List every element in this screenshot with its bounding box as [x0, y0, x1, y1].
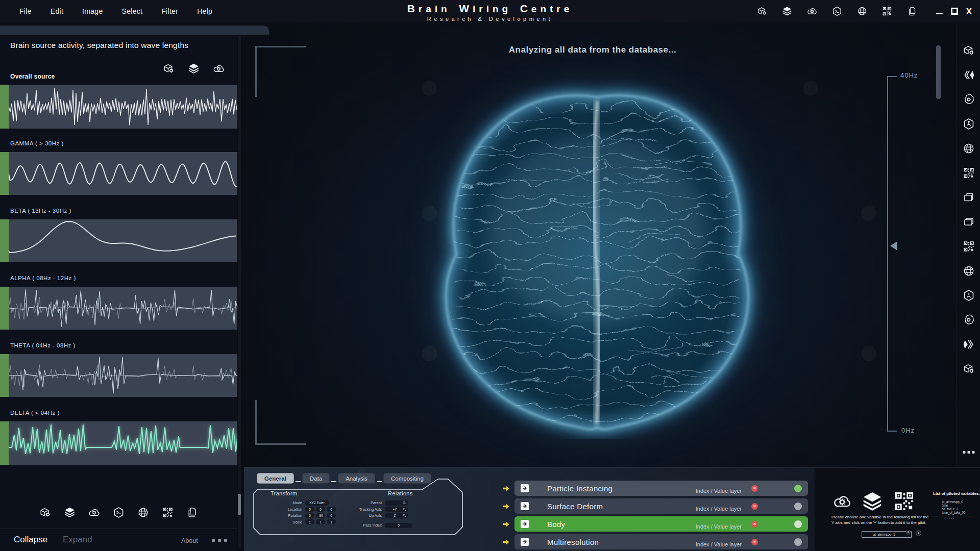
remove-icon[interactable]: × — [751, 539, 758, 545]
yellow-arrow-icon[interactable] — [502, 520, 510, 528]
modifier-row-particle-instancing[interactable]: Particle InstancingIndex / Value layer× — [514, 481, 808, 496]
field-value-pass-index[interactable]: 0 — [385, 523, 412, 528]
waveform-gamma-30hz[interactable] — [0, 152, 237, 195]
close-icon[interactable]: X — [966, 7, 972, 16]
field-value-location[interactable]: 0 — [305, 507, 314, 512]
yellow-arrow-icon[interactable] — [502, 538, 510, 546]
modifier-row-body[interactable]: BodyIndex / Value layer× — [514, 516, 808, 532]
variable-item[interactable]: time — [942, 504, 966, 507]
cube-gear-icon[interactable] — [962, 44, 975, 57]
hex-person-icon[interactable] — [962, 289, 975, 302]
variable-item[interactable]: alt_raft_r_1 — [942, 507, 966, 511]
field-value-rotation[interactable]: 0 — [327, 513, 336, 518]
sidebar-scrollbar-thumb[interactable] — [238, 494, 241, 515]
chevrons-right-icon[interactable] — [962, 338, 975, 351]
remove-icon[interactable]: × — [751, 521, 758, 528]
cube-gear-icon[interactable] — [962, 362, 975, 375]
yellow-arrow-icon[interactable] — [502, 503, 510, 510]
modifier-row-multiresolution[interactable]: MultiresolutionIndex / Value layer× — [514, 534, 808, 549]
field-value-text: XYZ Euler — [307, 501, 327, 505]
blob-gear-icon[interactable] — [962, 93, 975, 106]
waveform-overall-source[interactable] — [0, 85, 237, 129]
add-variable-button[interactable] — [916, 531, 921, 536]
field-value-scale[interactable]: 1 — [305, 519, 314, 524]
modifier-row-surface-deform[interactable]: Surface DeformIndex / Value layer× — [514, 498, 808, 514]
about-button[interactable]: About — [181, 537, 198, 544]
globe-icon[interactable] — [137, 506, 150, 519]
clear-input-icon[interactable]: × — [906, 530, 911, 535]
expand-arrow-icon[interactable] — [521, 484, 529, 492]
cloud-gear-icon[interactable] — [832, 491, 852, 512]
docs-icon[interactable] — [186, 506, 199, 519]
toggle-indicator[interactable] — [794, 485, 802, 492]
field-value-rotation[interactable]: 0 — [305, 513, 314, 518]
cloud-gear-icon[interactable] — [806, 6, 818, 17]
remove-icon[interactable]: × — [751, 503, 758, 510]
minimize-icon[interactable] — [936, 13, 943, 14]
field-value-scale[interactable]: 1 — [316, 519, 325, 524]
folders-icon[interactable] — [962, 191, 975, 204]
right-toolbar — [957, 22, 980, 467]
menu-item-edit[interactable]: Edit — [51, 7, 63, 15]
variables-more[interactable]: ····· — [944, 517, 955, 520]
qr-icon[interactable] — [892, 489, 916, 513]
menu-item-filter[interactable]: Filter — [161, 7, 178, 15]
expand-arrow-icon[interactable] — [521, 502, 529, 510]
field-value-up-axis[interactable]: Z — [385, 513, 408, 518]
window-frames-icon[interactable] — [962, 215, 975, 229]
field-value-parent[interactable] — [385, 500, 408, 506]
docs-icon[interactable] — [906, 6, 918, 17]
qr-icon[interactable] — [161, 506, 174, 519]
menu-item-help[interactable]: Help — [197, 7, 212, 15]
cube-gear-icon[interactable] — [39, 506, 52, 519]
field-value-rotation[interactable]: -90 — [316, 513, 325, 518]
waveform-alpha-08hz-12hz[interactable] — [0, 287, 237, 330]
maximize-icon[interactable] — [951, 8, 958, 15]
layers-icon[interactable] — [781, 6, 793, 17]
yellow-arrow-icon[interactable] — [502, 485, 510, 492]
cloud-gear-icon[interactable] — [88, 506, 101, 519]
expand-button[interactable]: Expand — [63, 535, 92, 545]
collapse-button[interactable]: Collapse — [14, 535, 47, 545]
globe-icon[interactable] — [962, 142, 975, 155]
hex-terminal-icon[interactable] — [112, 506, 125, 519]
more-options-icon[interactable] — [963, 451, 974, 454]
hex-y-icon[interactable] — [962, 117, 975, 131]
menu-item-select[interactable]: Select — [122, 7, 143, 15]
field-value-scale[interactable]: 1 — [327, 519, 336, 524]
field-value-location[interactable]: 0 — [327, 507, 336, 512]
variable-item[interactable]: at_airmnspp_0 — [942, 500, 966, 504]
brain-visualization[interactable] — [408, 71, 786, 439]
blob-gear-icon[interactable] — [962, 313, 975, 327]
layers-icon[interactable] — [63, 506, 76, 519]
remove-icon[interactable]: × — [751, 485, 758, 492]
menu-item-image[interactable]: Image — [82, 7, 103, 15]
toggle-indicator[interactable] — [794, 538, 802, 546]
toggle-indicator[interactable] — [794, 520, 802, 528]
variable-input[interactable] — [862, 531, 912, 538]
waveform-delta-04hz[interactable] — [0, 421, 237, 465]
qr-icon[interactable] — [962, 166, 975, 180]
field-value-location[interactable]: 0 — [316, 507, 325, 512]
viewport-scrollbar[interactable] — [936, 45, 941, 99]
qr-icon[interactable] — [962, 240, 975, 253]
field-value-tracking-axis[interactable]: +Y — [385, 507, 408, 512]
frequency-slider-handle[interactable] — [890, 241, 897, 251]
globe-icon[interactable] — [856, 6, 868, 17]
waveform-theta-04hz-08hz[interactable] — [0, 354, 237, 397]
toggle-indicator[interactable] — [794, 503, 802, 510]
hex-terminal-icon[interactable] — [831, 6, 843, 17]
cube-gear-icon[interactable] — [756, 6, 768, 17]
layers-icon[interactable] — [861, 490, 884, 513]
qr-icon[interactable] — [881, 6, 893, 17]
sidebar-scrollbar[interactable] — [238, 36, 241, 548]
expand-arrow-icon[interactable] — [521, 520, 529, 528]
more-options-icon[interactable] — [212, 539, 227, 542]
field-value-mode[interactable]: XYZ Euler — [305, 500, 329, 506]
chevrons-left-icon[interactable] — [962, 68, 975, 82]
expand-arrow-icon[interactable] — [521, 538, 529, 546]
waveform-beta-13hz-30hz[interactable] — [0, 219, 237, 262]
menu-item-file[interactable]: File — [19, 7, 32, 15]
variable-item[interactable]: time_of_take_00 — [942, 511, 966, 514]
globe-icon[interactable] — [962, 264, 975, 278]
